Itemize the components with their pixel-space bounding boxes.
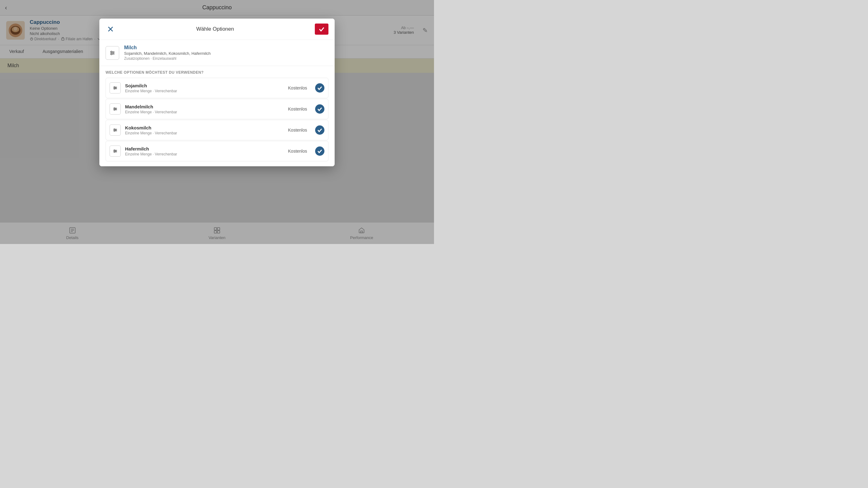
modal-title: Wähle Optionen [196,26,234,32]
option-check-hafermilch [315,147,324,156]
option-price-sojamilch: Kostenlos [288,86,307,90]
option-price-hafermilch: Kostenlos [288,149,307,154]
option-text-mandelmilch: Mandelmilch Einzelne Menge · Verrechenba… [125,104,284,114]
option-text-kokosmilch: Kokosmilch Einzelne Menge · Verrechenbar [125,125,284,135]
svg-point-35 [114,110,115,111]
svg-point-23 [111,54,112,55]
svg-point-46 [116,151,116,152]
modal-dialog: Wähle Optionen Milch [99,19,335,166]
option-group-icon [105,46,119,60]
modal-close-button[interactable] [105,24,116,34]
modal-confirm-button[interactable] [315,24,329,35]
svg-point-21 [111,51,112,52]
modal-overlay: Wähle Optionen Milch [0,0,434,244]
option-price-kokosmilch: Kostenlos [288,128,307,132]
option-icon-mandelmilch [110,103,121,115]
option-icon-hafermilch [110,146,121,157]
option-price-mandelmilch: Kostenlos [288,106,307,112]
svg-point-22 [113,52,114,54]
svg-point-40 [116,130,116,131]
option-sojamilch[interactable]: Sojamilch Einzelne Menge · Verrechenbar … [105,78,329,98]
svg-point-33 [114,108,115,109]
option-icon-kokosmilch [110,124,121,135]
modal-header: Wähle Optionen [99,19,335,40]
option-group-values: Sojamilch, Mandelmilch, Kokosmilch, Hafe… [124,51,211,56]
svg-point-29 [114,89,115,90]
svg-point-45 [114,150,115,151]
option-group-type: Zusatzoptionen · Einzelauswahl [124,56,211,61]
option-text-hafermilch: Hafermilch Einzelne Menge · Verrechenbar [125,146,284,156]
option-check-sojamilch [315,83,324,93]
options-list: Sojamilch Einzelne Menge · Verrechenbar … [99,78,335,166]
svg-point-39 [114,129,115,130]
svg-point-34 [116,109,116,110]
option-icon-sojamilch [110,82,121,93]
question-header: WELCHE OPTIONEN MÖCHTEST DU VERWENDEN? [99,66,335,78]
option-group-info: Milch Sojamilch, Mandelmilch, Kokosmilch… [99,40,335,66]
option-hafermilch[interactable]: Hafermilch Einzelne Menge · Verrechenbar… [105,141,329,161]
option-group-name: Milch [124,45,211,51]
option-mandelmilch[interactable]: Mandelmilch Einzelne Menge · Verrechenba… [105,99,329,119]
option-check-mandelmilch [315,104,324,114]
svg-point-28 [116,88,116,89]
option-check-kokosmilch [315,125,324,135]
svg-point-41 [114,131,115,131]
option-group-text: Milch Sojamilch, Mandelmilch, Kokosmilch… [124,45,211,61]
svg-point-27 [114,87,115,88]
option-text-sojamilch: Sojamilch Einzelne Menge · Verrechenbar [125,83,284,93]
option-kokosmilch[interactable]: Kokosmilch Einzelne Menge · Verrechenbar… [105,120,329,140]
svg-point-47 [114,152,115,153]
